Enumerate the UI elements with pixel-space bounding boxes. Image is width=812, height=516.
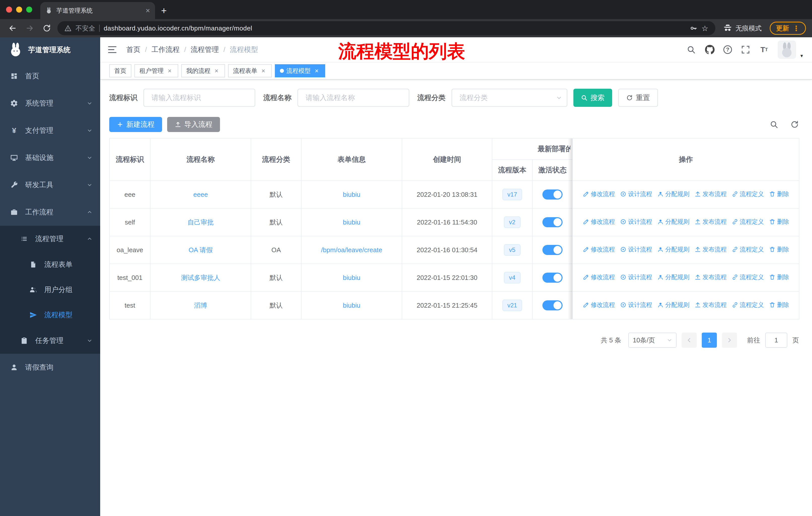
help-icon[interactable]: ? — [723, 45, 732, 54]
action-assign-rules[interactable]: 分配规则 — [657, 218, 689, 226]
next-page-button[interactable] — [722, 332, 737, 348]
action-assign-rules[interactable]: 分配规则 — [657, 245, 689, 253]
action-delete[interactable]: 删除 — [769, 301, 789, 309]
sidebar-item-task-management[interactable]: 任务管理 — [0, 328, 100, 354]
forward-button[interactable] — [23, 22, 36, 35]
action-assign-rules[interactable]: 分配规则 — [657, 273, 689, 281]
action-process-definition[interactable]: 流程定义 — [732, 190, 764, 198]
sidebar-item-workflow[interactable]: 工作流程 — [0, 198, 100, 226]
process-name-link[interactable]: eeee — [193, 191, 208, 198]
form-info-link[interactable]: biubiu — [343, 191, 360, 198]
search-icon[interactable] — [686, 45, 696, 55]
import-process-button[interactable]: 导入流程 — [167, 117, 220, 132]
update-button[interactable]: 更新 ⋮ — [770, 22, 806, 35]
action-modify-process[interactable]: 修改流程 — [583, 301, 615, 309]
breadcrumb-process-management[interactable]: 流程管理 — [191, 45, 219, 54]
sidebar-item-user-group[interactable]: 用户分组 — [0, 277, 100, 302]
reset-button[interactable]: 重置 — [618, 89, 658, 107]
tab-close-icon[interactable]: × — [145, 6, 150, 15]
action-design-process[interactable]: 设计流程 — [620, 190, 652, 198]
sidebar-item-dev-tools[interactable]: 研发工具 — [0, 171, 100, 198]
action-delete[interactable]: 删除 — [769, 218, 789, 226]
tag-my-process[interactable]: 我的流程× — [181, 64, 225, 77]
action-modify-process[interactable]: 修改流程 — [583, 218, 615, 226]
form-info-link[interactable]: biubiu — [343, 218, 360, 226]
menu-dots-icon[interactable]: ⋮ — [793, 24, 800, 32]
process-name-input[interactable] — [297, 89, 409, 107]
active-toggle[interactable] — [543, 300, 562, 310]
action-design-process[interactable]: 设计流程 — [620, 273, 652, 281]
action-process-definition[interactable]: 流程定义 — [732, 301, 764, 309]
fullscreen-icon[interactable] — [741, 45, 751, 55]
active-toggle[interactable] — [543, 273, 562, 283]
action-modify-process[interactable]: 修改流程 — [583, 245, 615, 253]
page-size-select[interactable]: 10条/页 — [628, 332, 676, 348]
new-tab-button[interactable]: + — [161, 5, 167, 16]
sidebar-item-home[interactable]: 首页 — [0, 62, 100, 90]
action-process-definition[interactable]: 流程定义 — [732, 273, 764, 281]
action-process-definition[interactable]: 流程定义 — [732, 218, 764, 226]
action-modify-process[interactable]: 修改流程 — [583, 273, 615, 281]
action-design-process[interactable]: 设计流程 — [620, 218, 652, 226]
create-process-button[interactable]: 新建流程 — [109, 117, 162, 132]
window-close-button[interactable] — [6, 6, 12, 12]
avatar[interactable] — [778, 40, 796, 59]
breadcrumb-home[interactable]: 首页 — [126, 45, 141, 54]
sidebar-item-leave-query[interactable]: 请假查询 — [0, 354, 100, 381]
window-zoom-button[interactable] — [26, 6, 32, 12]
tag-home[interactable]: 首页 — [109, 64, 132, 77]
key-icon[interactable] — [689, 24, 697, 32]
action-assign-rules[interactable]: 分配规则 — [657, 190, 689, 198]
action-assign-rules[interactable]: 分配规则 — [657, 301, 689, 309]
reload-button[interactable] — [40, 22, 53, 35]
browser-tab[interactable]: 芋道管理系统 × — [40, 2, 155, 19]
github-icon[interactable] — [705, 45, 715, 55]
bookmark-star-icon[interactable]: ☆ — [701, 24, 708, 33]
hamburger-icon[interactable] — [107, 45, 117, 55]
sidebar-item-payment-management[interactable]: ¥ 支付管理 — [0, 117, 100, 144]
sidebar-item-infrastructure[interactable]: 基础设施 — [0, 144, 100, 171]
search-button[interactable]: 搜索 — [573, 89, 612, 107]
tag-process-form[interactable]: 流程表单× — [228, 64, 272, 77]
process-name-link[interactable]: 自己审批 — [187, 218, 214, 226]
action-publish-process[interactable]: 发布流程 — [694, 218, 727, 226]
tag-close-icon[interactable]: × — [166, 67, 173, 75]
goto-page-input[interactable] — [765, 332, 787, 348]
tag-tenant-management[interactable]: 租户管理× — [135, 64, 178, 77]
action-publish-process[interactable]: 发布流程 — [694, 273, 727, 281]
form-info-link[interactable]: biubiu — [343, 302, 360, 309]
active-toggle[interactable] — [543, 217, 562, 227]
current-page-button[interactable]: 1 — [702, 332, 717, 348]
tag-close-icon[interactable]: × — [260, 67, 267, 75]
action-design-process[interactable]: 设计流程 — [620, 301, 652, 309]
security-warning-icon[interactable] — [64, 25, 71, 32]
refresh-icon[interactable] — [790, 120, 799, 129]
tag-close-icon[interactable]: × — [313, 67, 320, 75]
back-button[interactable] — [6, 22, 19, 35]
process-id-input[interactable] — [143, 89, 255, 107]
process-name-link[interactable]: 滔博 — [194, 302, 207, 309]
sidebar-item-process-management[interactable]: 流程管理 — [0, 226, 100, 252]
window-minimize-button[interactable] — [16, 6, 22, 12]
action-publish-process[interactable]: 发布流程 — [694, 301, 727, 309]
sidebar-item-process-form[interactable]: 流程表单 — [0, 252, 100, 277]
url-bar[interactable]: 不安全 dashboard.yudao.iocoder.cn/bpm/manag… — [57, 21, 715, 35]
sidebar-item-system-management[interactable]: 系统管理 — [0, 90, 100, 117]
tag-process-model[interactable]: 流程模型× — [275, 64, 325, 77]
active-toggle[interactable] — [543, 245, 562, 255]
toggle-search-icon[interactable] — [770, 120, 778, 129]
action-delete[interactable]: 删除 — [769, 190, 789, 198]
action-publish-process[interactable]: 发布流程 — [694, 190, 727, 198]
category-select[interactable]: 流程分类 — [452, 89, 567, 107]
process-name-link[interactable]: 测试多审批人 — [181, 274, 220, 281]
font-size-icon[interactable]: TT — [759, 45, 769, 55]
action-publish-process[interactable]: 发布流程 — [694, 245, 727, 253]
active-toggle[interactable] — [543, 189, 562, 199]
action-delete[interactable]: 删除 — [769, 273, 789, 281]
form-info-link[interactable]: /bpm/oa/leave/create — [321, 246, 382, 254]
tag-close-icon[interactable]: × — [213, 67, 220, 75]
sidebar-item-process-model[interactable]: 流程模型 — [0, 302, 100, 328]
action-delete[interactable]: 删除 — [769, 245, 789, 253]
prev-page-button[interactable] — [682, 332, 697, 348]
breadcrumb-workflow[interactable]: 工作流程 — [151, 45, 180, 54]
